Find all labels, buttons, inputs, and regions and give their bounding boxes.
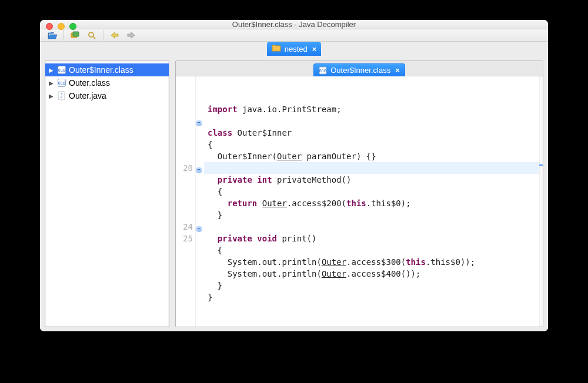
file-tree-pane: ▶010Outer$Inner.class▶010Outer.class▶JOu… [45,61,169,327]
fold-gutter: −−− [196,76,204,327]
chevron-right-icon: ▶ [49,67,55,73]
fold-toggle-icon[interactable]: − [196,120,202,126]
line-number [176,150,193,162]
tree-item[interactable]: ▶JOuter.java [45,89,169,102]
titlebar: Outer$Inner.class - Java Decompiler [40,20,548,29]
open-file-button[interactable] [46,29,59,41]
chevron-right-icon: ▶ [49,93,55,99]
tree-item-label: Outer.class [69,78,110,88]
svg-text:010: 010 [58,81,66,86]
overview-ruler [539,76,543,327]
line-number [176,80,193,92]
arrow-right-icon [127,32,135,39]
code-editor[interactable]: 202425 −−− import java.io.PrintStream; c… [176,76,543,327]
line-number: 25 [176,233,193,244]
svg-point-2 [89,32,93,37]
line-number [176,186,193,197]
tree-item[interactable]: ▶010Outer$Inner.class [45,63,169,76]
fold-toggle-icon[interactable]: − [196,167,202,173]
workspace: ▶010Outer$Inner.class▶010Outer.class▶JOu… [40,56,548,331]
toolbar [40,29,548,42]
file-tree: ▶010Outer$Inner.class▶010Outer.class▶JOu… [45,61,169,105]
line-number-gutter: 202425 [176,76,196,327]
line-number [176,127,193,139]
line-number [176,244,193,256]
minimize-window-button[interactable] [58,23,65,30]
svg-text:J: J [60,93,63,99]
arrow-left-icon [111,32,119,39]
search-button[interactable] [85,29,98,41]
line-number [176,174,193,186]
project-tab-strip: nested × [40,42,548,56]
class-file-icon: 010 [57,65,66,75]
open-project-button[interactable] [69,29,82,41]
code-content: import java.io.PrintStream; class Outer$… [204,76,539,327]
chevron-right-icon: ▶ [49,80,55,86]
editor-tab-label: Outer$Inner.class [330,66,390,75]
tree-item-label: Outer$Inner.class [69,65,133,75]
java-file-icon: J [57,91,66,100]
close-icon[interactable]: × [395,66,400,75]
svg-line-3 [93,36,95,39]
nav-forward-button[interactable] [125,29,138,41]
tree-item-label: Outer.java [69,91,106,100]
class-file-icon: 010 [319,66,327,75]
zoom-window-button[interactable] [69,23,76,30]
class-file-icon: 010 [57,78,66,88]
svg-rect-1 [73,32,79,36]
traffic-lights [46,23,76,30]
line-number [176,209,193,221]
editor-pane: 010 Outer$Inner.class × 202425 −−− impor… [175,61,543,327]
folder-icon [272,44,281,53]
project-tab-label: nested [285,45,308,53]
editor-tab-strip: 010 Outer$Inner.class × [176,61,543,76]
search-icon [88,31,96,39]
svg-text:010: 010 [319,69,327,73]
toolbar-separator [103,30,103,41]
fold-toggle-icon[interactable]: − [196,226,202,232]
line-number: 20 [176,162,193,174]
close-window-button[interactable] [46,23,53,30]
line-number [176,197,193,209]
line-number [176,92,193,103]
line-number [176,103,193,115]
line-number [176,139,193,150]
line-number [176,268,193,280]
project-tab[interactable]: nested × [267,42,322,56]
svg-text:010: 010 [58,68,66,73]
close-icon[interactable]: × [312,45,317,53]
line-number [176,256,193,268]
window-title: Outer$Inner.class - Java Decompiler [40,20,548,29]
line-number: 24 [176,221,193,233]
overview-mark [539,164,543,166]
nav-back-button[interactable] [108,29,121,41]
app-window: Outer$Inner.class - Java Decompiler [40,20,548,331]
folders-icon [70,31,81,39]
folder-open-icon [48,31,57,39]
toolbar-separator [64,30,64,41]
editor-tab[interactable]: 010 Outer$Inner.class × [313,63,405,76]
line-number [176,115,193,127]
tree-item[interactable]: ▶010Outer.class [45,76,169,89]
